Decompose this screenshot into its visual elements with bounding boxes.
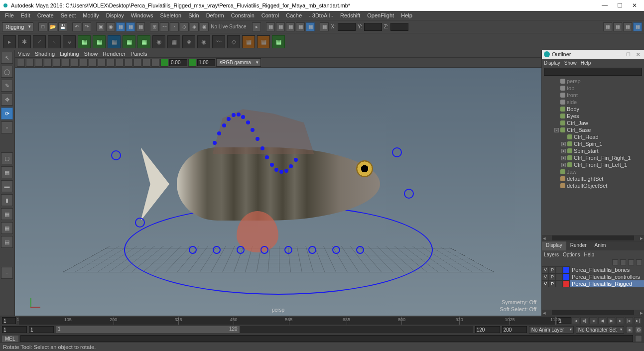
- layer-h-scrollbar[interactable]: ◂▸: [542, 310, 644, 316]
- range-slider-thumb[interactable]: 1 120: [56, 326, 240, 333]
- vp-bookmark-icon[interactable]: [26, 59, 34, 67]
- layer-menu-layers[interactable]: Layers: [544, 252, 559, 257]
- layout-two-h-button[interactable]: ▬: [1, 180, 13, 192]
- outliner-h-scrollbar[interactable]: ◂▸: [542, 235, 644, 241]
- outliner-item[interactable]: side: [542, 99, 644, 106]
- shelf-lattice-icon[interactable]: ▦: [167, 35, 180, 48]
- shelf-bind-skin-icon[interactable]: ▦: [108, 35, 121, 48]
- sidebar-toggle-2-icon[interactable]: ▦: [613, 22, 622, 31]
- outliner-item[interactable]: +Ctrl_Front_Fin_Left_1: [542, 161, 644, 168]
- viewport-menu-panels[interactable]: Panels: [130, 51, 147, 57]
- snap-plane-icon[interactable]: ◇: [180, 22, 189, 31]
- vp-shaded-icon[interactable]: [89, 59, 97, 67]
- shelf-paint-weights-icon[interactable]: ▦: [137, 35, 150, 48]
- ipr-render-icon[interactable]: ▦: [276, 22, 285, 31]
- anim-layer-dropdown[interactable]: No Anim Layer: [529, 326, 574, 334]
- ctrl-dot-icon[interactable]: [241, 115, 245, 119]
- viewport-3d[interactable]: persp Symmetry: Off Soft Select: Off: [15, 68, 541, 316]
- shelf-nonlinear-icon[interactable]: ◇: [227, 35, 240, 48]
- lasso-tool-button[interactable]: ◯: [1, 66, 13, 78]
- vp-film-gate-icon[interactable]: [53, 59, 61, 67]
- sidebar-toggle-4-icon[interactable]: ▦: [633, 22, 642, 31]
- ctrl-circle-icon[interactable]: [356, 246, 364, 254]
- range-start-inner-field[interactable]: [29, 326, 54, 333]
- layer-new-selected-icon[interactable]: [636, 259, 642, 265]
- paint-select-tool-button[interactable]: ✎: [1, 80, 13, 92]
- vp-gamma-icon[interactable]: [188, 59, 196, 67]
- snap-view-icon[interactable]: ◈: [190, 22, 199, 31]
- vp-exposure-icon[interactable]: [151, 59, 159, 67]
- layer-playback-toggle[interactable]: P: [549, 280, 556, 287]
- outliner-item[interactable]: persp: [542, 78, 644, 85]
- layer-row[interactable]: VPPerca_Fluviatilis_Rigged: [542, 280, 644, 287]
- play-forward-button[interactable]: ▶: [607, 317, 615, 324]
- ctrl-circle-icon[interactable]: [284, 246, 292, 254]
- menu-skin[interactable]: Skin: [185, 12, 202, 18]
- go-to-start-button[interactable]: |◂: [571, 317, 579, 324]
- shelf-tab-icon[interactable]: ▸: [3, 35, 16, 48]
- outliner-item[interactable]: -Ctrl_Base: [542, 126, 644, 133]
- layer-tab-anim[interactable]: Anim: [591, 241, 610, 250]
- outliner-menu-display[interactable]: Display: [544, 60, 560, 66]
- outliner-item[interactable]: defaultObjectSet: [542, 182, 644, 189]
- ctrl-dot-icon[interactable]: [217, 131, 221, 135]
- viewport-menu-lighting[interactable]: Lighting: [60, 51, 79, 57]
- layer-tab-display[interactable]: Display: [542, 241, 566, 250]
- layer-color-swatch[interactable]: [563, 280, 570, 287]
- layer-row[interactable]: VPPerca_Fluviatilis_controllers: [542, 273, 644, 280]
- select-mask-icon[interactable]: ▦: [126, 22, 135, 31]
- outliner-item[interactable]: Eyes: [542, 113, 644, 119]
- vp-isolate-icon[interactable]: [125, 59, 132, 67]
- ctrl-circle-icon[interactable]: [332, 246, 340, 254]
- layout-single-button[interactable]: ▢: [1, 152, 13, 164]
- layer-visibility-toggle[interactable]: V: [542, 273, 549, 280]
- layout-three-button[interactable]: ▦: [1, 208, 13, 220]
- ctrl-dot-icon[interactable]: [289, 164, 293, 168]
- outliner-item[interactable]: +Ctrl_Front_Fin_Right_1: [542, 154, 644, 161]
- vp-xray-icon[interactable]: [133, 59, 141, 67]
- outliner-item[interactable]: Body: [542, 106, 644, 113]
- ctrl-dot-icon[interactable]: [251, 128, 255, 132]
- outliner-item[interactable]: +Spin_start: [542, 147, 644, 154]
- ctrl-dot-icon[interactable]: [294, 158, 298, 162]
- go-to-end-button[interactable]: ▸|: [634, 317, 642, 324]
- save-scene-icon[interactable]: 💾: [58, 22, 67, 31]
- snap-point-icon[interactable]: ·: [170, 22, 179, 31]
- open-scene-icon[interactable]: 📂: [48, 22, 57, 31]
- layout-outliner-button[interactable]: ▤: [1, 236, 13, 248]
- menu-openflight[interactable]: OpenFlight: [364, 12, 397, 18]
- vp-camera-icon[interactable]: [17, 59, 25, 67]
- sidebar-toggle-3-icon[interactable]: ▦: [623, 22, 632, 31]
- play-back-button[interactable]: ◀: [598, 317, 606, 324]
- ctrl-circle-icon[interactable]: [392, 147, 402, 157]
- viewport-menu-renderer[interactable]: Renderer: [103, 51, 126, 57]
- layer-menu-options[interactable]: Options: [563, 252, 580, 257]
- menu-control[interactable]: Control: [258, 12, 282, 18]
- menu-windows[interactable]: Windows: [128, 12, 156, 18]
- ctrl-circle-icon[interactable]: [404, 189, 414, 199]
- layout-custom-button[interactable]: ·: [1, 267, 13, 279]
- layer-playback-toggle[interactable]: P: [549, 273, 556, 280]
- vp-gamma-field[interactable]: [197, 59, 215, 66]
- vp-wireframe-icon[interactable]: [80, 59, 88, 67]
- shelf-wire-icon[interactable]: 〰: [212, 35, 225, 48]
- auto-key-button[interactable]: ●: [626, 326, 633, 333]
- menu-constrain[interactable]: Constrain: [228, 12, 258, 18]
- step-forward-button[interactable]: ▸: [616, 317, 624, 324]
- shelf-detach-skin-icon[interactable]: ▦: [123, 35, 135, 48]
- layer-playback-toggle[interactable]: P: [549, 266, 556, 273]
- range-end-outer-field[interactable]: [502, 326, 527, 333]
- layer-display-type-toggle[interactable]: [556, 266, 563, 273]
- snap-grid-icon[interactable]: ⊞: [150, 22, 159, 31]
- select-tool-button[interactable]: ↖: [1, 52, 13, 64]
- ctrl-dot-icon[interactable]: [270, 163, 274, 167]
- ctrl-circle-icon[interactable]: [189, 246, 197, 254]
- outliner-maximize-button[interactable]: ☐: [624, 51, 632, 58]
- menu-skeleton[interactable]: Skeleton: [157, 12, 184, 18]
- script-editor-button[interactable]: [635, 335, 642, 342]
- minimize-button[interactable]: —: [597, 0, 612, 10]
- coord-z-field[interactable]: [390, 23, 408, 31]
- redo-icon[interactable]: ↷: [82, 22, 91, 31]
- outliner-item[interactable]: top: [542, 85, 644, 92]
- hypershade-icon[interactable]: ▦: [306, 22, 315, 31]
